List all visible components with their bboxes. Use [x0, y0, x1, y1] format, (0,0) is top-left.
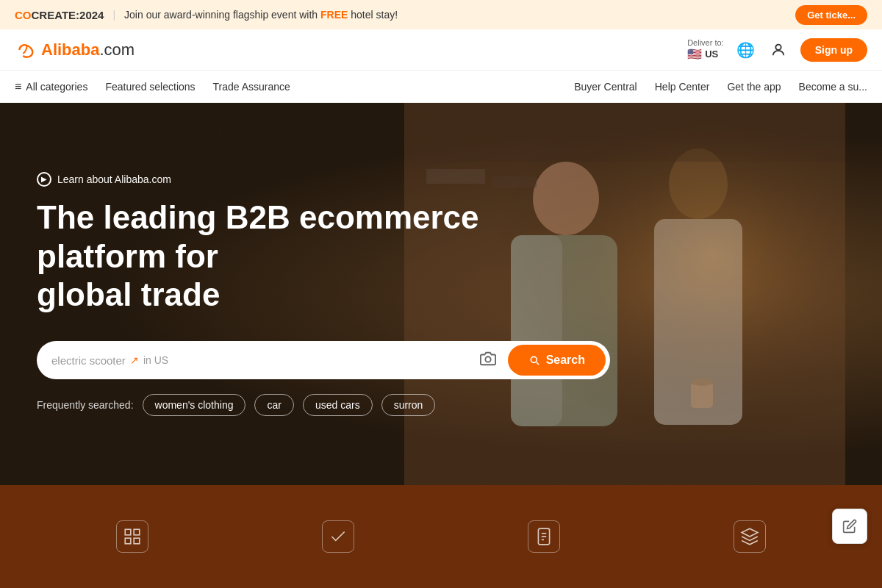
bottom-icon-2 [528, 520, 560, 553]
user-icon[interactable] [768, 40, 789, 60]
logo-alibaba: Alibaba [41, 40, 99, 59]
svg-rect-17 [134, 538, 140, 544]
globe-icon[interactable]: 🌐 [736, 40, 756, 60]
banner-text-before: Join our award-winning flagship event wi… [124, 9, 318, 21]
get-the-app[interactable]: Get the app [727, 81, 781, 93]
deliver-country: 🇺🇸 US [687, 47, 724, 61]
search-button[interactable]: Search [508, 345, 606, 376]
learn-about-text: Learn about Alibaba.com [57, 173, 171, 185]
hero-title: The leading B2B ecommerce platform for g… [37, 198, 551, 315]
banner-year: 2024 [79, 9, 104, 21]
document-icon [534, 527, 553, 546]
grid-icon [123, 527, 142, 546]
hero-content: ▶ Learn about Alibaba.com The leading B2… [37, 172, 845, 416]
hero-title-line1: The leading B2B ecommerce platform for [37, 199, 479, 274]
featured-selections[interactable]: Featured selections [105, 81, 195, 93]
package-icon [740, 527, 759, 546]
trending-icon: ↗ [130, 354, 139, 366]
search-in-text: in US [143, 354, 168, 366]
logo-text: Alibaba.com [41, 40, 135, 60]
become-supplier[interactable]: Become a su... [799, 81, 867, 93]
banner-left: COCREATE:2024 | Join our award-winning f… [15, 9, 398, 21]
search-icon [528, 354, 540, 366]
svg-point-0 [775, 44, 781, 49]
search-button-label: Search [546, 354, 585, 367]
svg-rect-14 [125, 529, 131, 535]
bottom-item-1[interactable] [322, 520, 354, 553]
hero-section: ▶ Learn about Alibaba.com The leading B2… [0, 103, 882, 485]
bottom-item-3[interactable] [734, 520, 766, 553]
deliver-label: Deliver to: [687, 38, 724, 47]
frequently-searched: Frequently searched: women's clothing ca… [37, 394, 845, 416]
banner-text: Join our award-winning flagship event wi… [124, 9, 398, 21]
hamburger-icon: ≡ [15, 80, 21, 93]
check-icon [329, 527, 348, 546]
logo-dot-com: .com [99, 40, 135, 59]
bottom-item-2[interactable] [528, 520, 560, 553]
us-flag: 🇺🇸 [687, 47, 702, 61]
edit-icon [842, 519, 857, 534]
get-tickets-button[interactable]: Get ticke... [795, 5, 867, 25]
hero-title-line2: global trade [37, 276, 220, 312]
header-right: Deliver to: 🇺🇸 US 🌐 Sign up [687, 38, 867, 62]
freq-tag-car[interactable]: car [254, 394, 293, 416]
buyer-central[interactable]: Buyer Central [574, 81, 637, 93]
signup-button[interactable]: Sign up [800, 38, 867, 62]
banner-free-text: FREE [320, 9, 348, 21]
bottom-icon-3 [734, 520, 766, 553]
svg-rect-15 [134, 529, 140, 535]
header: Alibaba.com Deliver to: 🇺🇸 US 🌐 Sign up [0, 29, 882, 71]
banner-co: CO [15, 9, 32, 21]
camera-icon [480, 351, 496, 367]
banner-divider: | [112, 9, 115, 21]
country-code: US [705, 49, 718, 60]
nav-right: Buyer Central Help Center Get the app Be… [574, 81, 867, 93]
learn-about-link[interactable]: ▶ Learn about Alibaba.com [37, 172, 845, 187]
bottom-icon-0 [116, 520, 148, 553]
trade-assurance[interactable]: Trade Assurance [213, 81, 290, 93]
floating-feedback-button[interactable] [832, 509, 867, 544]
top-banner: COCREATE:2024 | Join our award-winning f… [0, 0, 882, 29]
banner-brand: COCREATE:2024 [15, 9, 104, 21]
deliver-to: Deliver to: 🇺🇸 US [687, 38, 724, 61]
search-bar: electric scooter ↗ in US Search [37, 341, 610, 379]
svg-rect-16 [125, 538, 131, 544]
nav: ≡ All categories Featured selections Tra… [0, 71, 882, 103]
alibaba-logo-icon [15, 38, 38, 62]
bottom-section [0, 485, 882, 588]
freq-tag-womens-clothing[interactable]: women's clothing [143, 394, 246, 416]
banner-create: CREATE [32, 9, 76, 21]
all-categories[interactable]: ≡ All categories [15, 80, 87, 93]
freq-label: Frequently searched: [37, 399, 134, 411]
all-categories-label: All categories [26, 81, 87, 93]
nav-left: ≡ All categories Featured selections Tra… [15, 80, 290, 93]
bottom-icon-1 [322, 520, 354, 553]
search-placeholder: electric scooter ↗ in US [51, 354, 468, 367]
camera-search-button[interactable] [474, 348, 502, 373]
freq-tag-used-cars[interactable]: used cars [303, 394, 373, 416]
bottom-item-0[interactable] [116, 520, 148, 553]
play-icon: ▶ [37, 172, 51, 187]
freq-tag-surron[interactable]: surron [381, 394, 436, 416]
search-keyword: electric scooter [51, 354, 126, 367]
banner-text-after: hotel stay! [351, 9, 398, 21]
help-center[interactable]: Help Center [655, 81, 710, 93]
svg-point-13 [485, 356, 490, 362]
logo[interactable]: Alibaba.com [15, 38, 135, 62]
